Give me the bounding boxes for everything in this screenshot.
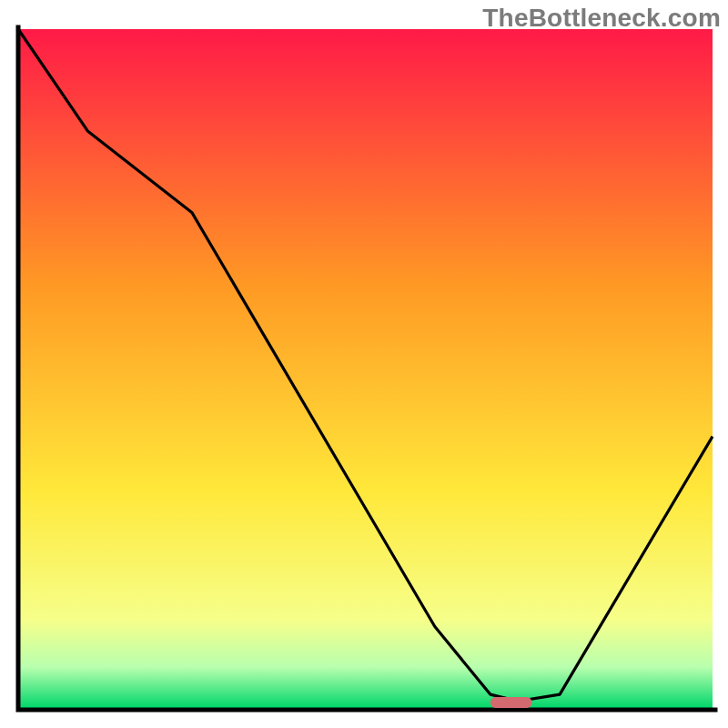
chart-svg: [0, 0, 728, 728]
optimum-marker: [490, 697, 532, 708]
chart-container: TheBottleneck.com: [0, 0, 728, 728]
plot-background: [18, 29, 713, 708]
watermark-text: TheBottleneck.com: [482, 4, 721, 33]
